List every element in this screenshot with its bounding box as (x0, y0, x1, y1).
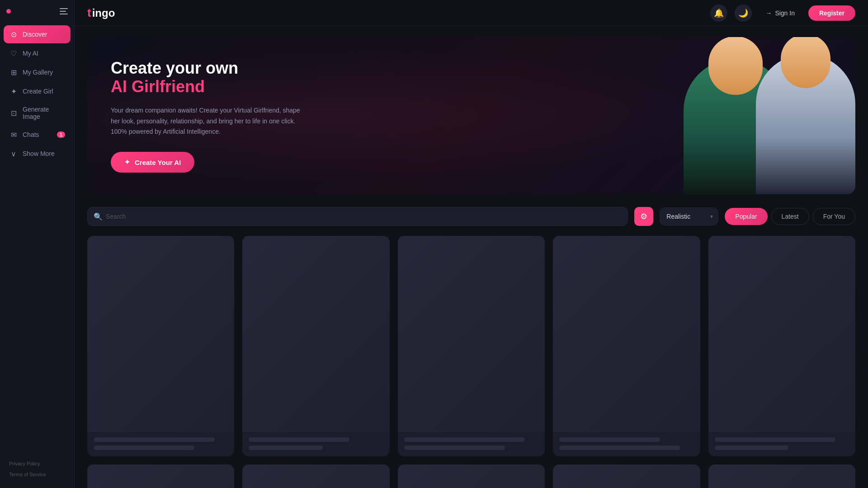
sidebar-item-my-gallery[interactable]: ⊞ My Gallery (4, 63, 71, 81)
sidebar-item-label: Generate Image (23, 106, 65, 120)
card-image (398, 465, 545, 488)
show-more-icon: ∨ (9, 149, 18, 158)
notifications-button[interactable]: 🔔 (710, 5, 727, 22)
card-desc-skeleton (559, 446, 680, 450)
card-name-skeleton (249, 437, 349, 442)
card-grid (87, 236, 855, 488)
theme-toggle-button[interactable]: 🌙 (735, 5, 752, 22)
logo-t: t (87, 6, 91, 20)
topbar-actions: 🔔 🌙 → Sign In Register (710, 5, 855, 22)
card-image (398, 236, 545, 432)
card-image (708, 236, 855, 432)
card-desc-skeleton (249, 446, 323, 450)
card-image (553, 465, 700, 488)
hero-title-line2: AI Girlfriend (111, 77, 310, 96)
signin-arrow-icon: → (765, 9, 772, 17)
style-select-wrapper: Realistic Anime Fantasy ▾ (660, 207, 718, 225)
card-item[interactable] (242, 236, 389, 456)
sidebar-item-label: Create Girl (23, 88, 53, 95)
create-girl-icon: ✦ (9, 87, 18, 96)
hero-images (665, 37, 855, 194)
tab-for-you[interactable]: For You (813, 208, 855, 225)
my-ai-icon: ♡ (9, 49, 18, 58)
card-image (87, 236, 234, 432)
search-icon: 🔍 (94, 212, 103, 221)
ai-girl-2 (756, 54, 855, 194)
chats-icon: ✉ (9, 130, 18, 139)
topbar: t ingo 🔔 🌙 → Sign In Register (75, 0, 868, 26)
card-item[interactable] (87, 236, 234, 456)
sidebar-item-label: My Gallery (23, 69, 53, 76)
hero-title-line1: Create your own (111, 59, 310, 77)
tab-latest[interactable]: Latest (771, 208, 809, 225)
card-item[interactable] (398, 465, 545, 488)
privacy-policy-link[interactable]: Privacy Policy (4, 459, 71, 468)
card-image (708, 465, 855, 488)
sidebar-item-create-girl[interactable]: ✦ Create Girl (4, 82, 71, 100)
card-name-skeleton (715, 437, 836, 442)
hero-banner: Create your own AI Girlfriend Your dream… (87, 37, 855, 194)
sidebar-item-show-more[interactable]: ∨ Show More (4, 145, 71, 163)
filter-icon: ⚙ (640, 211, 647, 221)
signin-label: Sign In (775, 9, 795, 17)
sidebar-nav: ⊙ Discover ♡ My AI ⊞ My Gallery ✦ Create… (0, 23, 74, 455)
card-desc-skeleton (404, 446, 505, 450)
tab-popular[interactable]: Popular (725, 208, 767, 225)
card-image (87, 465, 234, 488)
sidebar-item-discover[interactable]: ⊙ Discover (4, 25, 71, 43)
topbar-logo: t ingo (87, 6, 115, 20)
logo-dot (6, 9, 11, 14)
card-item[interactable] (553, 236, 700, 456)
card-item[interactable] (553, 465, 700, 488)
menu-toggle-button[interactable] (60, 8, 68, 14)
sidebar-item-chats[interactable]: ✉ Chats 1 (4, 126, 71, 144)
card-info (242, 432, 389, 456)
card-info (87, 432, 234, 456)
hero-cta-icon: ✦ (124, 158, 130, 166)
hero-text: Create your own AI Girlfriend Your dream… (111, 59, 310, 173)
sidebar-item-label: Discover (23, 31, 47, 38)
card-desc-skeleton (715, 446, 789, 450)
generate-icon: ⊡ (9, 108, 18, 117)
logo (6, 9, 13, 14)
card-info (708, 432, 855, 456)
tabs-row: Popular Latest For You (725, 208, 855, 225)
card-name-skeleton (94, 437, 215, 442)
card-name-skeleton (559, 437, 660, 442)
logo-name: ingo (92, 7, 115, 19)
filter-button[interactable]: ⚙ (634, 207, 653, 226)
sidebar-footer: Privacy Policy Terms of Service (0, 455, 74, 488)
card-info (398, 432, 545, 456)
signin-button[interactable]: → Sign In (759, 6, 801, 20)
main-content: t ingo 🔔 🌙 → Sign In Register Create you… (75, 0, 868, 488)
card-item[interactable] (708, 236, 855, 456)
card-item[interactable] (398, 236, 545, 456)
search-filter-row: 🔍 ⚙ Realistic Anime Fantasy ▾ Popular La… (87, 207, 855, 226)
sidebar-item-label: Show More (23, 150, 55, 157)
gallery-icon: ⊞ (9, 68, 18, 77)
search-wrapper: 🔍 (87, 207, 628, 226)
card-desc-skeleton (94, 446, 194, 450)
card-image (553, 236, 700, 432)
terms-of-service-link[interactable]: Terms of Service (4, 470, 71, 479)
sidebar: ⊙ Discover ♡ My AI ⊞ My Gallery ✦ Create… (0, 0, 75, 488)
sidebar-item-generate-image[interactable]: ⊡ Generate Image (4, 101, 71, 125)
card-name-skeleton (404, 437, 525, 442)
card-image (242, 236, 389, 432)
page-content: Create your own AI Girlfriend Your dream… (75, 26, 868, 488)
discover-icon: ⊙ (9, 30, 18, 39)
hero-cta-button[interactable]: ✦ Create Your AI (111, 152, 194, 173)
register-button[interactable]: Register (808, 5, 855, 21)
sidebar-header (0, 0, 74, 23)
style-select[interactable]: Realistic Anime Fantasy (660, 207, 718, 225)
search-input[interactable] (87, 207, 628, 226)
sidebar-item-my-ai[interactable]: ♡ My AI (4, 44, 71, 62)
hero-cta-label: Create Your AI (135, 159, 181, 166)
card-info (553, 432, 700, 456)
sidebar-item-label: My AI (23, 50, 38, 57)
card-item[interactable] (708, 465, 855, 488)
card-item[interactable] (242, 465, 389, 488)
sidebar-item-label: Chats (23, 131, 39, 138)
card-item[interactable] (87, 465, 234, 488)
card-image (242, 465, 389, 488)
